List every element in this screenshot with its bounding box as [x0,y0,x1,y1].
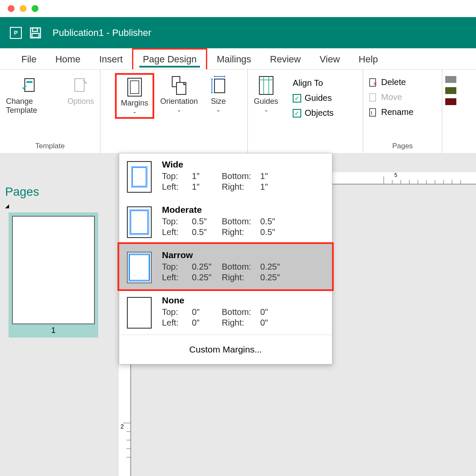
change-template-icon [22,76,39,94]
checkbox-checked-icon: ✓ [293,94,301,103]
change-template-button[interactable]: Change Template [0,73,62,115]
margins-wide-icon [127,161,152,193]
chevron-down-icon: ⌄ [132,109,137,115]
options-icon [72,76,89,94]
svg-text:I: I [371,110,372,115]
maximize-window-button[interactable] [32,5,38,12]
orientation-button[interactable]: Orientation ⌄ [154,73,204,119]
svg-rect-4 [26,81,32,83]
ribbon: Change Template Options Template Margins… [0,70,476,153]
size-icon [210,76,227,94]
ruler-marker-5: 5 [394,172,397,178]
swatch-2[interactable] [445,87,456,94]
tab-review[interactable]: Review [261,50,310,69]
svg-rect-7 [130,81,139,94]
size-button[interactable]: Size ⌄ [204,73,233,119]
margins-icon [126,78,143,96]
chevron-down-icon: ⌄ [216,107,220,113]
ribbon-group-pages: ✕Delete Move IRename Pages [363,70,442,153]
guides-button[interactable]: Guides ⌄ [248,73,284,120]
svg-rect-1 [32,28,38,31]
orientation-label: Orientation [160,97,198,106]
page-thumbnail-1[interactable]: 1 [9,212,98,338]
move-page-button: Move [363,90,442,105]
svg-rect-3 [25,79,34,91]
ribbon-group-layout: Guides ⌄ Align To ✓Guides ✓Objects [248,70,363,153]
chevron-down-icon: ⌄ [264,107,268,113]
orientation-icon [170,76,188,94]
margins-none-icon [127,297,152,329]
svg-rect-17 [259,76,273,94]
options-button: Options [62,73,100,115]
ribbon-tabs: File Home Insert Page Design Mailings Re… [0,48,476,70]
chevron-down-icon: ⌄ [177,107,181,113]
minimize-window-button[interactable] [20,5,26,12]
pages-group-label: Pages [363,142,442,150]
pages-panel-title: Pages [0,172,111,203]
svg-rect-23 [370,94,376,101]
margins-label: Margins [121,99,148,108]
margins-moderate-icon [127,206,152,238]
document-title: Publication1 - Publisher [53,27,151,38]
margins-option-wide[interactable]: Wide Top:1"Bottom:1" Left:1"Right:1" [119,153,332,199]
move-page-icon [368,93,378,102]
margins-option-none[interactable]: None Top:0"Bottom:0" Left:0"Right:0" [119,289,332,335]
pages-side-panel: Pages ◢ 1 [0,172,111,338]
margins-dropdown: Wide Top:1"Bottom:1" Left:1"Right:1" Mod… [119,153,332,364]
publisher-app-icon [10,27,22,39]
align-to-label: Align To [288,76,339,91]
checkbox-checked-icon: ✓ [293,109,301,118]
rename-page-button[interactable]: IRename [363,105,442,120]
tab-view[interactable]: View [310,50,349,69]
custom-margins-button[interactable]: Custom Margins... [119,335,332,364]
size-label: Size [211,97,226,106]
swatch-3[interactable] [445,98,456,105]
svg-rect-2 [32,33,39,37]
svg-text:✕: ✕ [373,81,377,87]
svg-rect-10 [214,79,225,93]
save-icon[interactable] [29,27,41,39]
close-window-button[interactable] [8,5,15,12]
tab-insert[interactable]: Insert [90,50,132,69]
margins-button[interactable]: Margins ⌄ [115,73,154,119]
tab-home[interactable]: Home [46,50,90,69]
ribbon-group-page-setup: Margins ⌄ Orientation ⌄ Size ⌄ [100,70,248,153]
tab-file[interactable]: File [12,50,46,69]
collapse-triangle-icon[interactable]: ◢ [0,203,111,209]
margins-option-narrow[interactable]: Narrow Top:0.25"Bottom:0.25" Left:0.25"R… [118,242,334,291]
delete-page-button[interactable]: ✕Delete [363,75,442,90]
page-thumbnail-number: 1 [51,324,56,338]
tab-help[interactable]: Help [349,50,387,69]
margins-narrow-icon [127,252,152,283]
swatch-1[interactable] [445,76,456,83]
delete-page-icon: ✕ [368,78,378,87]
svg-rect-5 [75,79,84,91]
page-thumbnail-image [12,216,95,324]
ribbon-group-template: Change Template Options Template [0,70,100,153]
align-objects-checkbox[interactable]: ✓Objects [288,106,339,120]
margins-option-moderate[interactable]: Moderate Top:0.5"Bottom:0.5" Left:0.5"Ri… [119,199,332,244]
rename-page-icon: I [368,108,378,117]
template-group-label: Template [0,142,100,150]
options-label: Options [68,97,94,106]
color-swatches [442,70,459,153]
guides-icon [258,76,275,94]
tab-mailings[interactable]: Mailings [207,50,261,69]
change-template-label: Change Template [6,97,56,115]
guides-label: Guides [254,97,278,106]
align-guides-checkbox[interactable]: ✓Guides [288,91,339,106]
window-titlebar [0,0,476,17]
tab-page-design[interactable]: Page Design [132,48,207,69]
app-header: Publication1 - Publisher [0,17,476,48]
ruler-marker-2: 2 [120,423,124,430]
